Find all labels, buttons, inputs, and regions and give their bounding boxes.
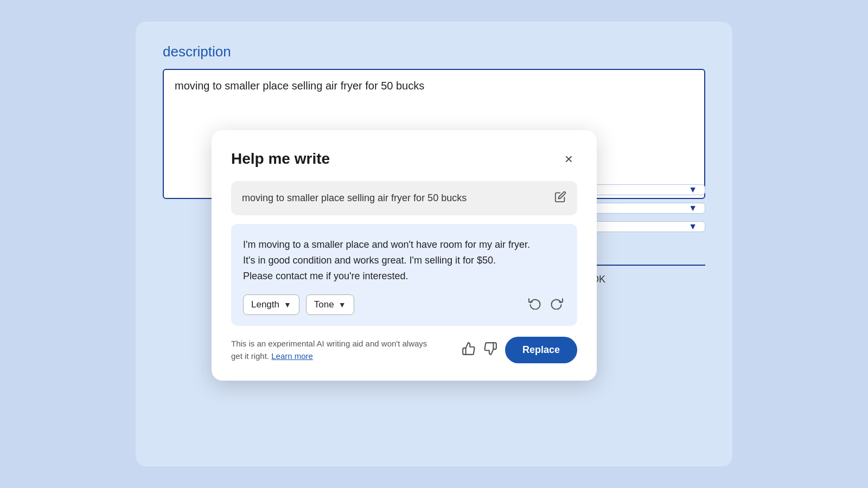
length-arrow-icon: ▼ [284,300,291,309]
disclaimer-body: This is an experimental AI writing aid a… [231,339,427,361]
help-me-write-dialog: Help me write × moving to smaller place … [212,130,597,381]
thumbs-down-button[interactable] [483,342,497,359]
redo-button[interactable] [548,294,565,315]
tone-arrow-icon: ▼ [339,300,346,309]
tone-dropdown[interactable]: Tone ▼ [306,294,354,315]
undo-button[interactable] [526,294,544,315]
disclaimer-text: This is an experimental AI writing aid a… [231,338,437,362]
result-line-3: Please contact me if you're interested. [243,271,409,281]
dropdown-3-arrow: ▼ [688,222,697,232]
length-label: Length [251,299,279,310]
length-dropdown[interactable]: Length ▼ [243,294,299,315]
result-box: I'm moving to a smaller place and won't … [231,224,577,326]
dialog-title: Help me write [231,150,330,168]
dialog-footer: This is an experimental AI writing aid a… [231,337,577,363]
undo-redo-group [526,294,565,315]
dropdown-1-arrow: ▼ [688,185,697,195]
redo-icon [550,299,563,312]
outer-card: description moving to smaller place sell… [136,22,732,466]
replace-button[interactable]: Replace [505,337,577,363]
description-label: description [163,43,705,60]
thumbs-down-icon [483,345,497,358]
learn-more-link[interactable]: Learn more [271,351,313,361]
footer-right: Replace [462,337,577,363]
result-controls: Length ▼ Tone ▼ [243,294,565,315]
prompt-box: moving to smaller place selling air frye… [231,181,577,215]
result-line-1: I'm moving to a smaller place and won't … [243,239,530,250]
close-button[interactable]: × [560,150,577,168]
undo-icon [528,299,541,312]
dropdown-2-arrow: ▼ [688,203,697,213]
thumbs-up-icon [462,345,476,358]
prompt-text: moving to smaller place selling air frye… [242,192,467,204]
dialog-header: Help me write × [231,150,577,168]
result-text: I'm moving to a smaller place and won't … [243,237,565,284]
result-line-2: It's in good condition and works great. … [243,255,496,266]
edit-prompt-button[interactable] [554,191,566,206]
tone-label: Tone [314,299,334,310]
thumbs-up-button[interactable] [462,342,476,359]
pencil-icon [554,193,566,205]
